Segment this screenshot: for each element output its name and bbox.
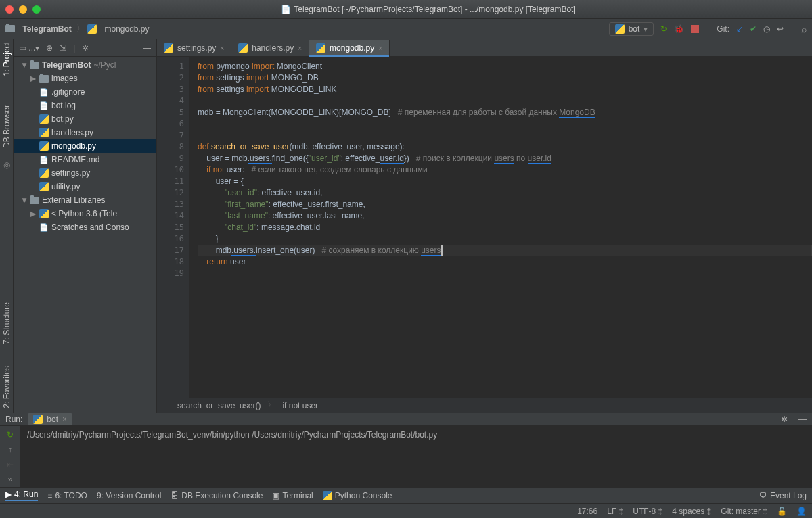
py-icon [39, 114, 49, 124]
run-panel: Run: bot× ✲ — ↻ ↑ ⇤ » /Users/dmitriy/Pyc… [0, 413, 812, 487]
down-stack-button[interactable]: ⇤ [7, 460, 14, 469]
python-icon [238, 43, 248, 53]
lib-icon [30, 197, 39, 204]
tool-python-console-tab[interactable]: Python Console [323, 491, 392, 500]
window-close[interactable] [5, 5, 14, 14]
git-commit-button[interactable]: ✔ [750, 24, 757, 34]
tree-item[interactable]: 📄 README.md [14, 153, 156, 166]
status-bar: 17:66 LF ‡ UTF-8 ‡ 4 spaces ‡ Git: maste… [0, 503, 812, 518]
left-gutter: 1: Project DB Browser ◎ 7: Structure 2: … [0, 39, 14, 413]
tool-db-browser-tab[interactable]: DB Browser [2, 105, 12, 148]
close-icon[interactable]: × [220, 45, 224, 52]
py-icon [39, 182, 49, 191]
file-icon: 📄 [39, 88, 49, 97]
navigation-bar: TelegramBot 〉 mongodb.py bot▾ ↻ 🐞 Git: ↙… [0, 19, 812, 39]
tree-item[interactable]: utility.py [14, 180, 156, 193]
tree-item[interactable]: ▶ images [14, 72, 156, 85]
run-side-toolbar: ↻ ↑ ⇤ » [0, 426, 20, 488]
close-icon[interactable]: × [298, 45, 302, 52]
run-output[interactable]: /Users/dmitriy/PycharmProjects/TelegramB… [20, 426, 812, 488]
code-breadcrumbs[interactable]: search_or_save_user()〉if not user [157, 398, 812, 413]
tool-project-tab[interactable]: 1: Project [2, 42, 12, 76]
file-encoding[interactable]: UTF-8 ‡ [633, 507, 662, 516]
editor-tab[interactable]: handlers.py× [231, 40, 309, 56]
collapse-all[interactable]: ⇲ [60, 43, 66, 53]
bottom-toolbar: ▶ 4: Run ≡ 6: TODO 9: Version Control 🗄 … [0, 487, 812, 503]
tool-terminal-tab[interactable]: ▣ Terminal [272, 491, 313, 500]
tree-item[interactable]: 📄 bot.log [14, 99, 156, 112]
tool-db-exec-tab[interactable]: 🗄 DB Execution Console [171, 491, 263, 500]
window-title: 📄TelegramBot [~/PycharmProjects/Telegram… [50, 4, 807, 14]
tool-vcs-tab[interactable]: 9: Version Control [97, 491, 161, 500]
md-icon: 📄 [39, 156, 49, 164]
python-icon [164, 43, 173, 53]
project-tree[interactable]: ▼ TelegramBot ~/Pycl▶ images📄 .gitignore… [14, 57, 156, 413]
tree-item[interactable]: ▶ < Python 3.6 (Tele [14, 207, 156, 220]
tool-run-tab[interactable]: ▶ 4: Run [5, 490, 38, 501]
log-icon: 📄 [39, 101, 49, 110]
py-icon [39, 141, 49, 151]
folder-icon [30, 62, 39, 69]
event-log-tab[interactable]: 🗨 Event Log [759, 491, 807, 500]
hector-icon[interactable]: 👤 [796, 507, 807, 516]
stop-button[interactable] [691, 25, 699, 33]
line-separator[interactable]: LF ‡ [607, 507, 623, 516]
window-titlebar: 📄TelegramBot [~/PycharmProjects/Telegram… [0, 0, 812, 19]
project-view-selector[interactable]: ▭ ...▾ [19, 43, 39, 53]
tool-todo-tab[interactable]: ≡ 6: TODO [47, 491, 87, 500]
db-icon: ◎ [3, 160, 10, 170]
breadcrumb-project[interactable]: TelegramBot 〉 [5, 23, 85, 34]
indent-settings[interactable]: 4 spaces ‡ [672, 507, 711, 516]
tree-item[interactable]: ▼ External Libraries [14, 193, 156, 207]
git-branch[interactable]: Git: master ‡ [721, 507, 767, 516]
editor-tab[interactable]: settings.py× [157, 40, 231, 56]
folder-icon [39, 75, 49, 83]
rerun-button[interactable]: ↻ [7, 430, 14, 440]
py-icon [39, 168, 49, 178]
code-editor[interactable]: 12345678910111213141516171819 from pymon… [157, 57, 812, 398]
editor-tabs: settings.py×handlers.py×mongodb.py× [157, 39, 812, 57]
readonly-lock-icon[interactable]: 🔓 [777, 507, 787, 516]
tree-item[interactable]: mongodb.py [14, 139, 156, 153]
scroll-to-source[interactable]: ⊕ [46, 43, 53, 53]
run-settings-icon[interactable]: ✲ [781, 415, 788, 424]
window-zoom[interactable] [32, 5, 41, 14]
git-label: Git: [717, 24, 729, 34]
project-sidebar: ▭ ...▾ ⊕ ⇲ | ✲ — ▼ TelegramBot ~/Pycl▶ i… [14, 39, 157, 413]
git-revert-button[interactable]: ↩ [777, 24, 784, 34]
tool-favorites-tab[interactable]: 2: Favorites [2, 366, 12, 408]
run-config-selector[interactable]: bot▾ [609, 22, 654, 36]
git-update-button[interactable]: ↙ [736, 24, 743, 34]
tree-item[interactable]: settings.py [14, 166, 156, 180]
hide-run-panel[interactable]: — [798, 415, 807, 424]
run-button[interactable]: ↻ [660, 24, 667, 34]
breadcrumb-file[interactable]: mongodb.py [87, 24, 149, 34]
tree-item[interactable]: bot.py [14, 112, 156, 126]
tree-item[interactable]: ▼ TelegramBot ~/Pycl [14, 58, 156, 72]
py-icon [39, 128, 49, 137]
scratch-icon: 📄 [39, 223, 49, 232]
tree-item[interactable]: 📄 .gitignore [14, 85, 156, 99]
tree-item[interactable]: 📄 Scratches and Conso [14, 220, 156, 234]
editor-tab[interactable]: mongodb.py× [309, 40, 390, 56]
tool-structure-tab[interactable]: 7: Structure [2, 302, 12, 344]
window-minimize[interactable] [19, 5, 27, 14]
search-everywhere-button[interactable]: ⌕ [801, 24, 807, 34]
git-history-button[interactable]: ◷ [763, 24, 770, 34]
run-session-tab[interactable]: bot× [28, 413, 72, 425]
up-stack-button[interactable]: ↑ [8, 445, 12, 454]
line-gutter[interactable]: 12345678910111213141516171819 [157, 57, 189, 398]
python-icon [316, 43, 325, 53]
tree-item[interactable]: handlers.py [14, 126, 156, 139]
caret-position[interactable]: 17:66 [577, 507, 597, 516]
code-area[interactable]: from pymongo import MongoClientfrom sett… [189, 57, 812, 398]
more-run-actions[interactable]: » [8, 475, 13, 484]
run-panel-label: Run: [5, 415, 22, 424]
project-settings-icon[interactable]: ✲ [82, 43, 89, 53]
debug-button[interactable]: 🐞 [674, 24, 684, 34]
py-icon [39, 209, 49, 218]
hide-tool-window[interactable]: — [143, 43, 151, 53]
close-icon[interactable]: × [378, 45, 382, 52]
